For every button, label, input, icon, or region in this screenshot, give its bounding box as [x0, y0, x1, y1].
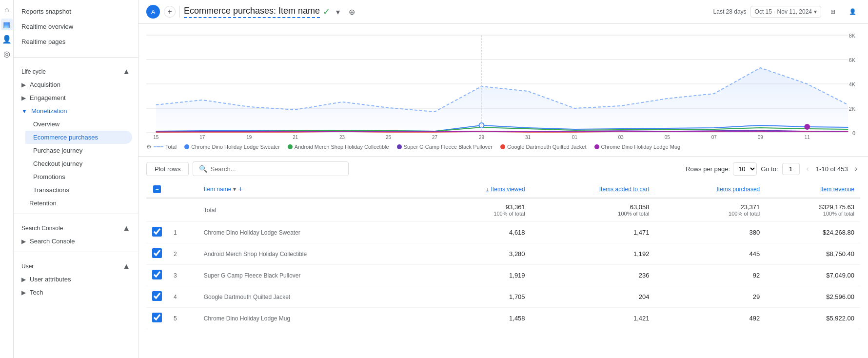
row-added-0: 1,471	[531, 222, 655, 243]
row-name-4: Chrome Dino Holiday Lodge Mug	[198, 308, 429, 329]
sidebar-item-realtime-pages[interactable]: Realtime pages	[14, 34, 132, 49]
row-viewed-2: 1,919	[429, 265, 531, 286]
sidebar-item-ecommerce-purchases[interactable]: Ecommerce purchases	[25, 131, 132, 144]
sidebar-item-user-attributes[interactable]: ▶ User attributes	[14, 273, 132, 286]
row-revenue-1: $8,750.40	[766, 243, 860, 265]
legend-collectible[interactable]: Android Merch Shop Holiday Collectible	[288, 144, 389, 150]
goto-input[interactable]	[782, 163, 800, 175]
add-column-button[interactable]: +	[238, 185, 242, 194]
row-name-3: Google Dartmouth Quilted Jacket	[198, 286, 429, 308]
sidebar-item-transactions[interactable]: Transactions	[25, 183, 132, 197]
svg-text:23: 23	[339, 135, 345, 140]
plot-rows-button[interactable]: Plot rows	[146, 162, 189, 176]
row-viewed-3: 1,705	[429, 286, 531, 308]
row-purchased-3: 29	[655, 286, 766, 308]
row-checkbox-4[interactable]	[146, 308, 168, 329]
total-items-added-cell: 63,058 100% of total	[531, 198, 655, 222]
date-range-text: Oct 15 - Nov 11, 2024	[755, 8, 812, 15]
row-checkbox-0[interactable]	[146, 222, 168, 243]
avatar[interactable]: A	[146, 5, 160, 19]
search-console-section-header[interactable]: Search Console ▲	[14, 218, 138, 235]
legend-gear-icon: ⚙	[146, 143, 152, 150]
legend-pullover-label: Super G Camp Fleece Black Pullover	[404, 144, 493, 150]
sidebar-item-realtime-overview[interactable]: Realtime overview	[14, 19, 132, 34]
header-item-name[interactable]: Item name ▾ +	[198, 181, 429, 198]
sidebar-item-overview[interactable]: Overview	[25, 118, 132, 131]
legend-total-line	[154, 146, 163, 147]
date-range-selector[interactable]: Oct 15 - Nov 11, 2024 ▾	[750, 6, 821, 18]
total-label-cell: Total	[198, 198, 429, 222]
total-number-cell	[168, 198, 198, 222]
sidebar-item-engagement[interactable]: ▶ Engagement	[14, 91, 132, 104]
legend-jacket[interactable]: Google Dartmouth Quilted Jacket	[500, 144, 587, 150]
chart-area: 0 2K 4K 6K 8K 15 Oct 17 19 21 23 25 27 2…	[138, 24, 868, 157]
sidebar-item-purchase-journey[interactable]: Purchase journey	[25, 144, 132, 157]
sidebar-item-monetization[interactable]: ▼ Monetization	[14, 104, 132, 118]
tech-label: Tech	[30, 289, 43, 296]
legend-total[interactable]: ⚙ Total	[146, 143, 177, 150]
sidebar-item-tech[interactable]: ▶ Tech	[14, 286, 132, 299]
legend-mug[interactable]: Chrome Dino Holiday Lodge Mug	[594, 144, 681, 150]
row-viewed-1: 3,280	[429, 243, 531, 265]
header-items-purchased[interactable]: Items purchased	[655, 181, 766, 198]
row-viewed-0: 4,618	[429, 222, 531, 243]
svg-text:19: 19	[246, 135, 252, 140]
rows-per-page-select[interactable]: 10 25 50	[733, 162, 757, 176]
tag-icon[interactable]: ◎	[1, 48, 13, 60]
sidebar-item-checkout-journey[interactable]: Checkout journey	[25, 157, 132, 170]
row-checkbox-3[interactable]	[146, 286, 168, 308]
row-checkbox-input-2[interactable]	[152, 270, 162, 279]
sidebar-item-search-console[interactable]: ▶ Search Console	[14, 235, 132, 248]
lifecycle-children: ▶ Acquisition ▶ Engagement ▼ Monetizatio…	[14, 78, 138, 210]
user-attributes-label: User attributes	[30, 276, 71, 283]
acquisition-label: Acquisition	[30, 81, 60, 88]
table-row: 2 Android Merch Shop Holiday Collectible…	[146, 243, 860, 265]
search-input[interactable]	[210, 165, 342, 173]
search-console-chevron-icon: ▲	[122, 224, 130, 233]
row-checkbox-input-3[interactable]	[152, 291, 162, 301]
table-area: Plot rows 🔍 Rows per page: 10 25 50 Go t…	[138, 157, 868, 358]
header-items-added-to-cart[interactable]: Items added to cart	[531, 181, 655, 198]
header-items-viewed[interactable]: ↓Items viewed	[429, 181, 531, 198]
row-checkbox-input-4[interactable]	[152, 313, 162, 322]
monetization-arrow-icon: ▼	[21, 108, 27, 115]
row-checkbox-2[interactable]	[146, 265, 168, 286]
sidebar-item-retention[interactable]: Retention	[14, 197, 132, 210]
svg-text:07: 07	[711, 135, 717, 140]
sidebar-item-acquisition[interactable]: ▶ Acquisition	[14, 78, 132, 91]
legend-total-label: Total	[165, 144, 177, 150]
user-section-header[interactable]: User ▲	[14, 256, 138, 273]
legend-sweater[interactable]: Chrome Dino Holiday Lodge Sweater	[184, 144, 280, 150]
svg-text:25: 25	[386, 135, 391, 140]
add-tab-button[interactable]: +	[164, 6, 176, 18]
next-page-button[interactable]: ›	[852, 162, 860, 175]
account-icon[interactable]: 👤	[845, 4, 860, 20]
home-icon[interactable]: ⌂	[1, 4, 13, 16]
sidebar-item-reports-snapshot[interactable]: Reports snapshot	[14, 4, 132, 19]
title-dropdown-button[interactable]: ▾	[333, 6, 343, 18]
sidebar-item-promotions[interactable]: Promotions	[25, 170, 132, 183]
title-add-button[interactable]: ⊕	[346, 6, 358, 18]
row-added-4: 1,421	[531, 308, 655, 329]
prev-page-button[interactable]: ‹	[804, 162, 812, 175]
engagement-arrow-icon: ▶	[21, 95, 26, 101]
header-item-revenue[interactable]: Item revenue	[766, 181, 860, 198]
checkout-journey-label: Checkout journey	[33, 160, 82, 167]
pagination: Go to: ‹ 1-10 of 453 ›	[761, 162, 860, 175]
svg-text:21: 21	[293, 135, 298, 140]
header-checkbox[interactable]: −	[146, 181, 168, 198]
legend-pullover[interactable]: Super G Camp Fleece Black Pullover	[397, 144, 493, 150]
select-all-checkbox[interactable]: −	[153, 185, 161, 193]
person-icon[interactable]: 👤	[1, 33, 13, 45]
lifecycle-section-header[interactable]: Life cycle ▲	[14, 61, 138, 78]
svg-text:17: 17	[199, 135, 205, 140]
compare-icon[interactable]: ⊞	[825, 4, 841, 20]
row-checkbox-1[interactable]	[146, 243, 168, 265]
row-checkbox-input-1[interactable]	[152, 248, 162, 258]
analytics-icon[interactable]: ▦	[1, 19, 13, 30]
row-checkbox-input-0[interactable]	[152, 227, 162, 237]
total-row: Total 93,361 100% of total 63,058 100% o…	[146, 198, 860, 222]
icon-rail: ⌂ ▦ 👤 ◎	[0, 0, 14, 358]
legend-collectible-label: Android Merch Shop Holiday Collectible	[295, 144, 389, 150]
svg-marker-27	[156, 68, 848, 133]
